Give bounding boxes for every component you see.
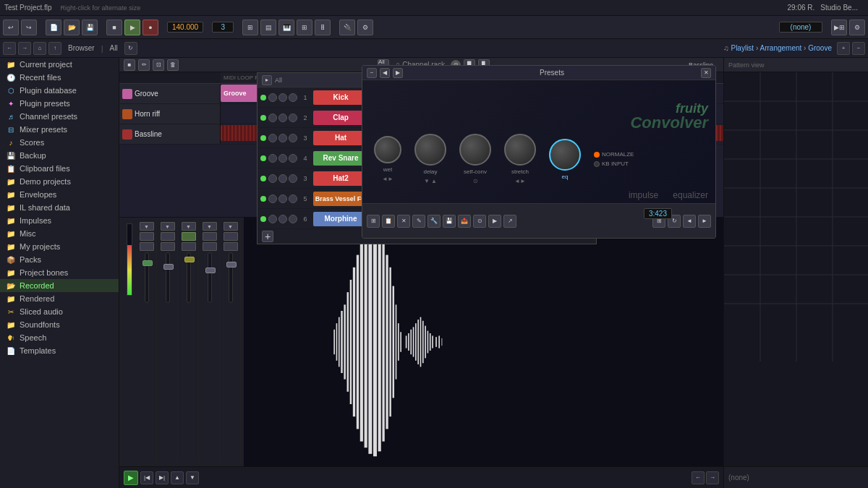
refresh-button[interactable]: ↻ (124, 42, 137, 55)
ch-btn-7[interactable]: ▼ (182, 222, 196, 231)
ch-btn-4[interactable]: ▼ (161, 222, 175, 231)
ch-btn-15[interactable] (224, 242, 238, 251)
options-button[interactable]: ⚙ (357, 20, 373, 35)
cr-knob2[interactable] (278, 114, 287, 122)
cr-name-brass[interactable]: Brass Vessel FG (313, 192, 368, 206)
cr-led[interactable] (260, 135, 266, 141)
cr-knob1[interactable] (268, 134, 277, 142)
stop-button[interactable]: ■ (106, 20, 122, 35)
all-tab[interactable]: All (106, 44, 122, 52)
cr-knob2[interactable] (278, 194, 287, 203)
down-arrow[interactable]: ▼ (186, 471, 199, 484)
draw-button[interactable]: ✏ (138, 59, 150, 71)
conv-tb-2[interactable]: 📋 (382, 215, 395, 228)
ch-btn-5[interactable] (161, 232, 175, 241)
settings-button[interactable]: ⚙ (849, 20, 865, 35)
up-arrow[interactable]: ▲ (171, 471, 184, 484)
cr-name-morphine[interactable]: Morphine (313, 212, 368, 226)
ch-btn-9[interactable] (182, 242, 196, 251)
conv-tb-1[interactable]: ⊞ (367, 215, 380, 228)
ch-btn-10[interactable]: ▼ (203, 222, 217, 231)
add-channel-button[interactable]: + (262, 231, 273, 242)
cr-knob3[interactable] (289, 174, 297, 183)
bpm-display[interactable]: 140.000 (167, 22, 203, 33)
channel-rack-button[interactable]: ⊞ (297, 20, 312, 35)
kb-input-led[interactable] (594, 161, 600, 167)
next-btn[interactable]: ▶| (156, 471, 169, 484)
ch-btn-3[interactable] (140, 242, 154, 251)
ch-btn-8[interactable] (182, 232, 196, 241)
track-color-groove[interactable] (122, 89, 132, 99)
conv-tb-7[interactable]: 📤 (458, 215, 471, 228)
sidebar-item-clipboard[interactable]: 📋 Clipboard files (0, 162, 119, 175)
redo-button[interactable]: ↪ (21, 20, 37, 35)
conv-prev[interactable]: ◀ (380, 68, 390, 78)
conv-tb-9[interactable]: ▶ (488, 215, 501, 228)
ch-btn-1[interactable]: ▼ (140, 222, 154, 231)
cr-knob3[interactable] (289, 154, 297, 163)
fader-handle-2[interactable] (163, 264, 174, 270)
sidebar-item-current-project[interactable]: 📁 Current project (0, 58, 119, 71)
conv-tb-arr[interactable]: ◄ (683, 215, 696, 228)
sidebar-item-templates[interactable]: 📄 Templates (0, 344, 119, 357)
normalize-led[interactable] (594, 152, 600, 158)
sidebar-item-speech[interactable]: 🗣 Speech (0, 331, 119, 344)
cr-knob3[interactable] (289, 93, 297, 102)
cr-knob2[interactable] (278, 154, 287, 163)
pattern-button[interactable]: ⊞ (242, 20, 258, 35)
play-btn-bottom[interactable]: ▶ (124, 471, 138, 485)
back-button[interactable]: ← (3, 42, 16, 55)
sidebar-item-plugin-database[interactable]: ⬡ Plugin database (0, 84, 119, 97)
track-color-horn[interactable] (122, 109, 132, 119)
cr-knob3[interactable] (289, 215, 297, 223)
sidebar-item-il-shared[interactable]: 📁 IL shared data (0, 201, 119, 214)
sidebar-item-demo[interactable]: 📁 Demo projects (0, 175, 119, 188)
cr-knob1[interactable] (268, 174, 277, 183)
cr-name-kick[interactable]: Kick (313, 90, 368, 105)
cr-led[interactable] (260, 155, 266, 161)
conv-tb-arr2[interactable]: ► (698, 215, 711, 228)
erase-button[interactable]: 🗑 (167, 59, 179, 71)
browser-tab[interactable]: Browser (64, 44, 99, 52)
plugins-button[interactable]: 🔌 (339, 20, 355, 35)
sidebar-item-envelopes[interactable]: 📁 Envelopes (0, 188, 119, 201)
self-conv-knob[interactable] (459, 134, 491, 166)
ch-btn-6[interactable] (161, 242, 175, 251)
conv-tb-8[interactable]: ⊙ (473, 215, 486, 228)
play-button[interactable]: ▶ (124, 20, 140, 35)
zoom-in-button[interactable]: + (837, 42, 850, 55)
cr-knob2[interactable] (278, 215, 287, 223)
cr-name-hat[interactable]: Hat (313, 131, 368, 145)
cr-knob3[interactable] (289, 114, 297, 122)
sidebar-item-mixer-presets[interactable]: ⊟ Mixer presets (0, 123, 119, 136)
wet-knob[interactable] (374, 136, 401, 163)
track-color-bassline[interactable] (122, 129, 132, 140)
playlist-toggle[interactable]: ■ (124, 59, 135, 71)
conv-next[interactable]: ▶ (393, 68, 403, 78)
export-button[interactable]: ▶⊞ (831, 20, 847, 35)
new-button[interactable]: 📄 (46, 20, 61, 35)
sidebar-item-rendered[interactable]: 📁 Rendered (0, 292, 119, 305)
forward-button[interactable]: → (18, 42, 31, 55)
sidebar-item-sliced-audio[interactable]: ✂ Sliced audio (0, 305, 119, 318)
record-button[interactable]: ● (142, 20, 158, 35)
mixer-button[interactable]: 🎚 (315, 20, 331, 35)
nav-fwd[interactable]: → (706, 471, 719, 484)
stretch-knob[interactable] (504, 134, 536, 166)
sidebar-item-impulses[interactable]: 📁 Impulses (0, 214, 119, 227)
cr-knob3[interactable] (289, 134, 297, 142)
cr-led[interactable] (260, 95, 266, 100)
ch-btn-14[interactable] (224, 232, 238, 241)
sidebar-item-backup[interactable]: 💾 Backup (0, 149, 119, 162)
sidebar-item-soundfonts[interactable]: 📁 Soundfonts (0, 318, 119, 331)
cr-collapse[interactable]: ▸ (262, 75, 272, 85)
piano-roll-button[interactable]: 🎹 (278, 20, 294, 35)
sidebar-item-channel-presets[interactable]: ♬ Channel presets (0, 110, 119, 123)
fader-handle-5[interactable] (226, 262, 237, 267)
nav-back[interactable]: ← (692, 471, 705, 484)
open-button[interactable]: 📂 (64, 20, 80, 35)
conv-tb-6[interactable]: 💾 (443, 215, 456, 228)
cr-knob2[interactable] (278, 134, 287, 142)
beats-display[interactable]: 3 (212, 22, 234, 33)
select-button[interactable]: ⊡ (153, 59, 164, 71)
